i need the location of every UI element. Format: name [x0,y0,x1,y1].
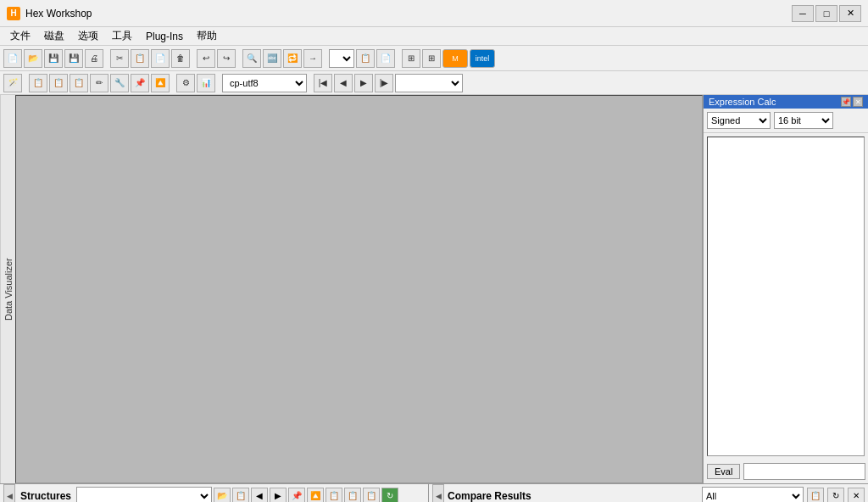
menu-disk[interactable]: 磁盘 [37,27,71,45]
tb-btn9[interactable]: 📊 [197,74,215,92]
menu-tools[interactable]: 工具 [105,27,139,45]
nav-prev[interactable]: ◀ [334,74,353,92]
title-bar-controls: ─ □ ✕ [792,5,861,22]
hex-editor[interactable] [15,95,703,483]
expr-calc-title: Expression Calc 📌 ✕ [704,95,868,109]
goto-button[interactable]: → [303,49,322,68]
secondary-toolbar: 🪄 📋 📋 📋 ✏ 🔧 📌 🔼 ⚙ 📊 cp-utf8 |◀ ◀ ▶ |▶ [0,71,868,95]
compare-export-btn[interactable]: 📋 [807,488,824,503]
nav-next[interactable]: ▶ [354,74,373,92]
signed-select[interactable]: Signed [707,112,771,129]
nav-last[interactable]: |▶ [375,74,393,92]
redo-button[interactable]: ↪ [217,49,236,68]
expr-calc-result-area [707,137,865,456]
tb-btn7[interactable]: 🔼 [151,74,170,92]
tb-btn8[interactable]: ⚙ [176,74,195,92]
title-bar: H Hex Workshop ─ □ ✕ [0,0,868,27]
app-icon: H [7,7,20,20]
expr-calc-options: Signed 16 bit [704,109,868,133]
title-bar-text: Hex Workshop [25,8,792,20]
print-button[interactable]: 🖨 [85,49,103,68]
bottom-area: ◀ Structures 📂 📋 ◀ ▶ 📌 🔼 📋 📋 📋 ↻ Structu… [0,483,868,502]
expression-calculator: Expression Calc 📌 ✕ Signed 16 bit Eval [703,95,868,483]
menu-file[interactable]: 文件 [3,27,37,45]
close-button[interactable]: ✕ [839,5,861,22]
compare-refresh-btn[interactable]: ↻ [827,488,844,503]
menu-options[interactable]: 选项 [71,27,105,45]
expr-calc-pin[interactable]: 📌 [841,97,851,107]
encoding-select[interactable]: cp-utf8 [222,74,307,92]
compare-close-btn[interactable]: ✕ [848,488,865,503]
struct-btn3[interactable]: ◀ [251,488,268,503]
structures-collapse[interactable]: ◀ [3,484,15,502]
copy-button[interactable]: 📋 [131,49,149,68]
toolbar-combo1[interactable] [329,49,354,68]
menu-bar: 文件 磁盘 选项 工具 Plug-Ins 帮助 [0,27,868,46]
bit-select[interactable]: 16 bit [774,112,833,129]
save-all-button[interactable]: 💾 [64,49,83,68]
tb-btn3[interactable]: 📋 [70,74,88,92]
delete-button[interactable]: 🗑 [171,49,190,68]
struct-btn1[interactable]: 📂 [214,488,231,503]
nav-first[interactable]: |◀ [314,74,332,92]
find-button[interactable]: 🔍 [242,49,261,68]
expr-calc-close[interactable]: ✕ [853,97,863,107]
menu-plugins[interactable]: Plug-Ins [139,29,190,44]
structures-title: Structures [20,490,71,502]
expr-calc-footer: Eval [704,460,868,483]
main-toolbar: 📄 📂 💾 💾 🖨 ✂ 📋 📄 🗑 ↩ ↪ 🔍 🔤 🔁 → 📋 📄 ⊞ ⊞ M … [0,46,868,71]
cut-button[interactable]: ✂ [110,49,129,68]
structures-select[interactable] [76,487,212,503]
open-button[interactable]: 📂 [24,49,42,68]
eval-button[interactable]: Eval [707,464,740,479]
tb-btn6[interactable]: 📌 [131,74,149,92]
compare-toolbar: ◀ Compare Results All Differences Matche… [429,484,868,502]
save-button[interactable]: 💾 [44,49,63,68]
position-select[interactable] [395,74,463,92]
compare-btn[interactable]: ⊞ [402,49,420,68]
struct-btn5[interactable]: 📌 [288,488,305,503]
struct-btn4[interactable]: ▶ [270,488,287,503]
compare-panel: ◀ Compare Results All Differences Matche… [429,484,868,502]
tb-btn4[interactable]: ✏ [90,74,108,92]
struct-btn2[interactable]: 📋 [232,488,249,503]
compare-filter-select[interactable]: All Differences Matches [702,487,804,503]
replace-button[interactable]: 🔁 [283,49,302,68]
struct-btn6[interactable]: 🔼 [307,488,324,503]
minimize-button[interactable]: ─ [792,5,814,22]
eval-input[interactable] [743,463,865,480]
tb-btn5[interactable]: 🔧 [110,74,129,92]
paste2-button[interactable]: 📄 [376,49,395,68]
structures-panel: ◀ Structures 📂 📋 ◀ ▶ 📌 🔼 📋 📋 📋 ↻ Structu… [0,484,429,502]
tb-btn1[interactable]: 📋 [29,74,47,92]
compare-collapse[interactable]: ◀ [432,484,444,502]
struct-btn10[interactable]: ↻ [381,488,398,503]
compare2-btn[interactable]: ⊞ [422,49,441,68]
motorola-icon: M [442,49,468,68]
struct-btn7[interactable]: 📋 [326,488,342,503]
magic-wand-btn[interactable]: 🪄 [3,74,22,92]
structures-toolbar: ◀ Structures 📂 📋 ◀ ▶ 📌 🔼 📋 📋 📋 ↻ [0,484,428,502]
menu-help[interactable]: 帮助 [190,27,224,45]
compare-results-title: Compare Results [448,490,698,502]
struct-btn8[interactable]: 📋 [344,488,361,503]
findnext-button[interactable]: 🔤 [263,49,281,68]
restore-button[interactable]: □ [815,5,837,22]
paste-button[interactable]: 📄 [151,49,170,68]
main-area: Data Visualizer Expression Calc 📌 ✕ Sign… [0,95,868,483]
tb-btn2[interactable]: 📋 [49,74,68,92]
undo-button[interactable]: ↩ [197,49,215,68]
struct-btn9[interactable]: 📋 [363,488,380,503]
copy2-button[interactable]: 📋 [356,49,375,68]
data-visualizer-label: Data Visualizer [0,95,15,483]
intel-icon: intel [470,49,495,68]
new-button[interactable]: 📄 [3,49,22,68]
